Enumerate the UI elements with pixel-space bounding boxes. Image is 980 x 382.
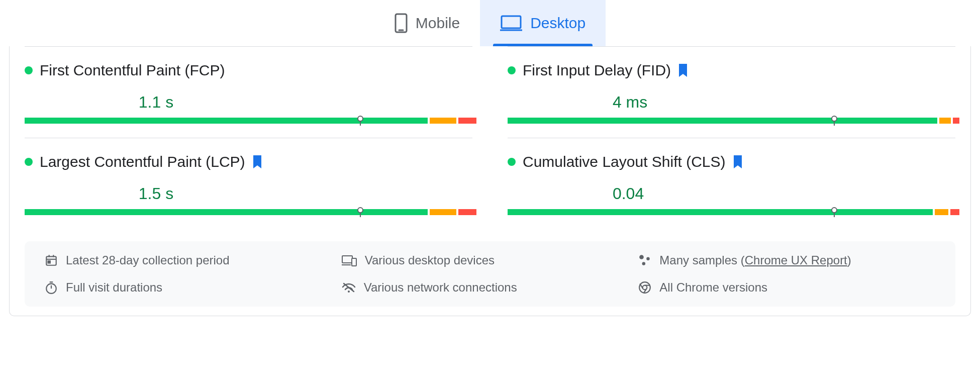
svg-rect-11 — [352, 258, 356, 266]
metric-header: First Input Delay (FID) — [508, 62, 955, 79]
segment-mid — [935, 209, 948, 215]
segment-mid — [430, 209, 456, 215]
metric-value: 0.04 — [611, 184, 955, 203]
bookmark-icon — [733, 155, 743, 168]
footer-samples: Many samples (Chrome UX Report) — [638, 253, 935, 267]
devices-icon — [342, 254, 357, 266]
svg-point-13 — [647, 257, 650, 261]
segment-good — [508, 118, 937, 124]
metric-name: First Contentful Paint (FCP) — [40, 62, 225, 79]
status-dot-good — [508, 66, 516, 74]
svg-rect-9 — [342, 256, 352, 263]
tab-label-desktop: Desktop — [530, 15, 585, 32]
footer-text: Various desktop devices — [365, 253, 495, 267]
svg-rect-8 — [48, 261, 50, 263]
footer-durations: Full visit durations — [45, 280, 342, 295]
metric-header: First Contentful Paint (FCP) — [25, 62, 472, 79]
svg-rect-2 — [502, 16, 521, 28]
segment-mid — [939, 118, 950, 124]
calendar-icon — [45, 254, 58, 267]
footer-text: Many samples (Chrome UX Report) — [659, 253, 851, 267]
metric-cls: Cumulative Layout Shift (CLS) 0.04 — [508, 138, 955, 229]
metric-name: Largest Contentful Paint (LCP) — [40, 153, 245, 170]
segment-bad — [950, 209, 959, 215]
metric-header: Cumulative Layout Shift (CLS) — [508, 153, 955, 170]
metric-fid: First Input Delay (FID) 4 ms — [508, 46, 955, 138]
footer-text: Latest 28-day collection period — [66, 253, 230, 267]
segment-bad — [458, 118, 476, 124]
bookmark-icon — [678, 64, 688, 77]
metric-fcp: First Contentful Paint (FCP) 1.1 s — [25, 46, 472, 138]
segment-bad — [953, 118, 959, 124]
threshold-marker — [357, 116, 363, 126]
footer-network: Various network connections — [342, 280, 639, 295]
metric-bar — [508, 118, 955, 124]
footer-devices: Various desktop devices — [342, 253, 639, 267]
threshold-marker — [831, 207, 837, 217]
device-tabs: Mobile Desktop — [0, 0, 980, 46]
metric-bar — [25, 209, 472, 215]
status-dot-good — [25, 158, 33, 166]
svg-point-15 — [46, 283, 56, 294]
segment-bad — [458, 209, 476, 215]
crux-report-link[interactable]: Chrome UX Report — [745, 253, 847, 267]
stopwatch-icon — [45, 281, 58, 294]
threshold-marker — [831, 116, 837, 126]
report-footer: Latest 28-day collection period Various … — [25, 241, 955, 307]
metric-value: 1.5 s — [137, 184, 472, 203]
footer-text: All Chrome versions — [659, 280, 767, 295]
footer-versions: All Chrome versions — [638, 280, 935, 295]
footer-text: Various network connections — [364, 280, 517, 295]
segment-good — [25, 118, 428, 124]
report-container: First Contentful Paint (FCP) 1.1 s First… — [9, 46, 971, 316]
segment-mid — [430, 118, 456, 124]
metric-header: Largest Contentful Paint (LCP) — [25, 153, 472, 170]
mobile-icon — [395, 13, 408, 33]
threshold-marker — [357, 207, 363, 217]
tab-mobile[interactable]: Mobile — [374, 0, 480, 46]
footer-text: Full visit durations — [66, 280, 162, 295]
svg-point-12 — [639, 255, 644, 259]
svg-point-14 — [642, 262, 646, 265]
metric-value: 4 ms — [611, 93, 955, 112]
metrics-grid: First Contentful Paint (FCP) 1.1 s First… — [10, 46, 970, 229]
status-dot-good — [25, 66, 33, 74]
metric-bar — [25, 118, 472, 124]
tab-desktop[interactable]: Desktop — [480, 0, 606, 46]
footer-period: Latest 28-day collection period — [45, 253, 342, 267]
metric-name: First Input Delay (FID) — [523, 62, 671, 79]
tab-label-mobile: Mobile — [416, 15, 460, 32]
metric-name: Cumulative Layout Shift (CLS) — [523, 153, 726, 170]
bookmark-icon — [252, 155, 262, 168]
metric-lcp: Largest Contentful Paint (LCP) 1.5 s — [25, 138, 472, 229]
metric-value: 1.1 s — [137, 93, 472, 112]
chrome-icon — [638, 281, 651, 294]
status-dot-good — [508, 158, 516, 166]
desktop-icon — [500, 15, 522, 32]
scatter-icon — [638, 254, 651, 267]
segment-good — [25, 209, 428, 215]
metric-bar — [508, 209, 955, 215]
segment-good — [508, 209, 933, 215]
svg-point-18 — [348, 291, 350, 293]
network-icon — [342, 282, 356, 293]
